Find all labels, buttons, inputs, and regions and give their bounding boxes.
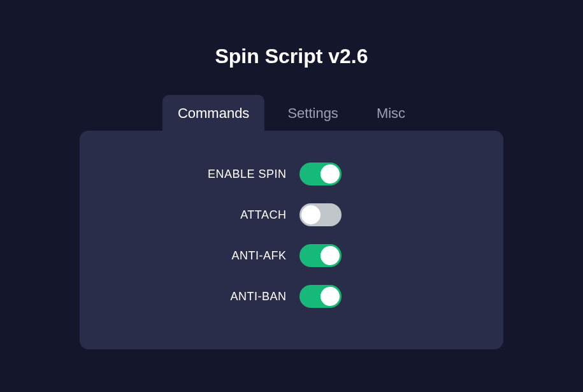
label-enable-spin: ENABLE SPIN [159, 168, 287, 181]
toggle-enable-spin[interactable] [299, 163, 342, 185]
label-anti-ban: ANTI-BAN [159, 290, 287, 303]
toggle-anti-afk[interactable] [299, 244, 342, 267]
toggle-attach[interactable] [299, 203, 342, 226]
toggle-knob [320, 246, 340, 265]
tab-misc[interactable]: Misc [361, 95, 421, 134]
commands-panel: ENABLE SPIN ATTACH ANTI-AFK [80, 131, 503, 349]
row-anti-ban: ANTI-BAN [80, 285, 503, 308]
row-enable-spin: ENABLE SPIN [80, 163, 503, 185]
toggle-knob [320, 164, 340, 184]
label-attach: ATTACH [159, 208, 287, 222]
tab-commands[interactable]: Commands [162, 95, 264, 134]
label-anti-afk: ANTI-AFK [159, 249, 287, 263]
row-anti-afk: ANTI-AFK [80, 244, 503, 267]
tab-bar: Commands Settings Misc [162, 95, 421, 134]
toggle-knob [320, 287, 340, 306]
row-attach: ATTACH [80, 203, 503, 226]
page-title: Spin Script v2.6 [215, 45, 368, 68]
tab-settings[interactable]: Settings [272, 95, 354, 134]
toggle-knob [301, 205, 320, 224]
toggle-anti-ban[interactable] [299, 285, 342, 308]
